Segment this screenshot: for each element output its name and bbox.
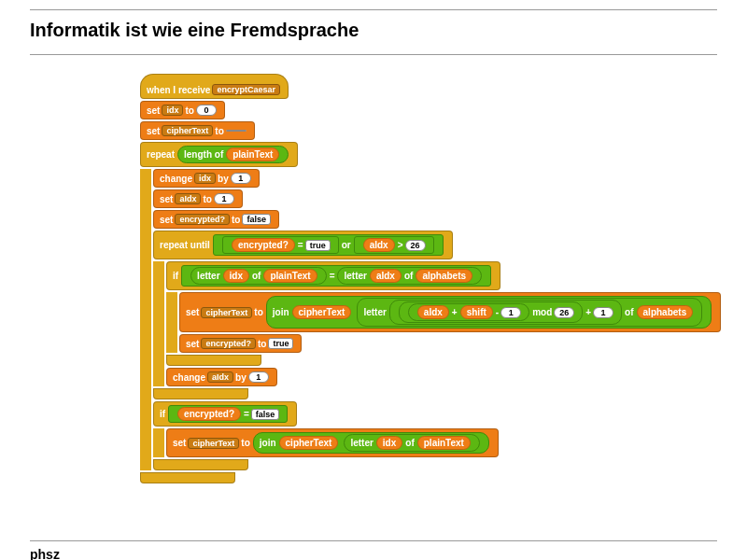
change-aidx-1: changeaIdxby1 — [166, 368, 277, 386]
set-cipher-empty: setcipherTextto — [140, 121, 255, 140]
page-title: Informatik ist wie eine Fremdsprache — [0, 10, 747, 54]
set-cipher-join-shift: setcipherTextto joincipherText letter aI… — [179, 292, 721, 332]
repeat-until: repeat until encrypted?=true or aIdx>26 — [153, 231, 453, 259]
set-aidx-1: setaIdxto1 — [153, 189, 243, 208]
set-enc-false: setencrypted?tofalse — [153, 210, 279, 229]
change-idx-1: changeidxby1 — [153, 169, 260, 188]
hat-when-receive: when I receiveencryptCaesar — [140, 74, 289, 99]
repeat-length: repeat length ofplainText — [140, 142, 298, 167]
if-enc-false: if encrypted?=false — [153, 401, 297, 427]
if-letter-eq: if letteridxofplainText = letteraIdxofal… — [166, 261, 500, 290]
set-idx-0: setidxto0 — [140, 101, 225, 119]
set-cipher-join-plain: setcipherTextto joincipherText letteridx… — [166, 428, 499, 457]
scratch-script: when I receiveencryptCaesar setidxto0 se… — [0, 55, 747, 483]
footer-brand: phsz — [30, 547, 60, 560]
set-enc-true: setencrypted?totrue — [179, 334, 302, 353]
